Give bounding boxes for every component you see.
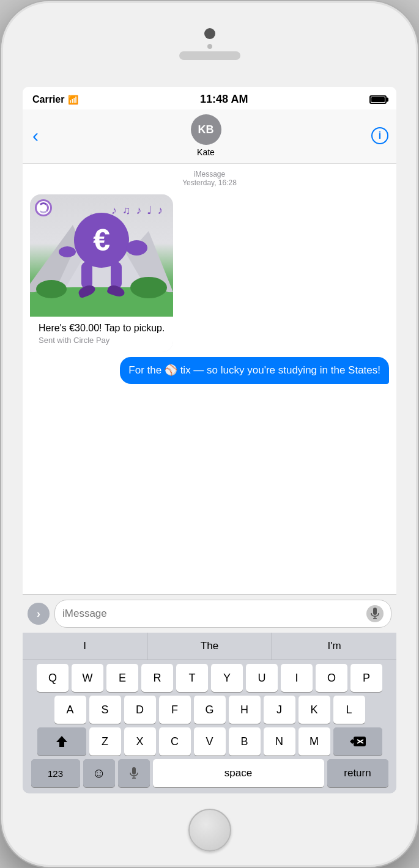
info-icon: i bbox=[371, 127, 389, 145]
back-button[interactable]: ‹ bbox=[30, 123, 41, 149]
mic-icon bbox=[370, 608, 380, 620]
key-s[interactable]: S bbox=[89, 696, 121, 724]
keyboard-row-1: Q W E R T Y U I O P bbox=[25, 664, 394, 692]
numbers-key[interactable]: 123 bbox=[31, 759, 80, 787]
phone-frame: Carrier 📶 11:48 AM ‹ KB Kate bbox=[0, 0, 419, 868]
euro-symbol: € bbox=[93, 223, 110, 258]
music-notes: ♪ ♫ ♪ ♩ ♪ bbox=[111, 204, 165, 217]
autocomplete-item-i[interactable]: I bbox=[23, 633, 147, 660]
message-input-container bbox=[54, 600, 391, 628]
phone-screen: Carrier 📶 11:48 AM ‹ KB Kate bbox=[23, 87, 396, 793]
speaker-bar bbox=[179, 51, 240, 60]
status-bar: Carrier 📶 11:48 AM bbox=[23, 87, 396, 109]
emoji-key[interactable]: ☺ bbox=[83, 759, 115, 787]
keyboard-mic-key[interactable] bbox=[118, 759, 150, 787]
euro-mascot: € bbox=[74, 213, 129, 296]
key-i[interactable]: I bbox=[281, 664, 313, 692]
phone-top-bar bbox=[1, 1, 418, 87]
mascot-left-arm bbox=[59, 246, 76, 257]
keyboard: Q W E R T Y U I O P A S D F G H J K bbox=[23, 660, 396, 793]
key-v[interactable]: V bbox=[194, 727, 226, 756]
key-o[interactable]: O bbox=[316, 664, 347, 692]
sent-bubble: For the ⚾ tix — so lucky you're studying… bbox=[120, 357, 389, 384]
space-key[interactable]: space bbox=[153, 759, 324, 787]
status-right bbox=[369, 95, 387, 104]
autocomplete-bar: I The I'm bbox=[23, 633, 396, 660]
key-k[interactable]: K bbox=[298, 696, 330, 724]
circle-pay-subtitle: Sent with Circle Pay bbox=[39, 336, 165, 345]
svg-rect-9 bbox=[132, 767, 136, 774]
mascot-right-arm bbox=[126, 240, 147, 256]
keyboard-row-bottom: 123 ☺ space return bbox=[25, 759, 394, 787]
key-w[interactable]: W bbox=[72, 664, 103, 692]
key-u[interactable]: U bbox=[246, 664, 278, 692]
battery-fill bbox=[371, 97, 385, 102]
shift-key[interactable] bbox=[37, 727, 86, 756]
numbers-label: 123 bbox=[48, 768, 63, 779]
timestamp-label: iMessage Yesterday, 16:28 bbox=[30, 170, 389, 187]
phone-bottom bbox=[1, 793, 418, 867]
circle-pay-bubble[interactable]: € bbox=[30, 194, 173, 352]
speaker-dots bbox=[207, 44, 212, 49]
circle-pay-image: € bbox=[30, 194, 173, 317]
message-input[interactable] bbox=[62, 608, 366, 620]
circle-pay-amount: Here's €30.00! Tap to pickup. bbox=[39, 323, 165, 334]
key-c[interactable]: C bbox=[159, 727, 191, 756]
contact-initials: KB bbox=[198, 123, 214, 136]
key-x[interactable]: X bbox=[124, 727, 156, 756]
circle-pay-logo-inner bbox=[38, 202, 49, 213]
circle-pay-logo bbox=[35, 199, 52, 216]
status-time: 11:48 AM bbox=[200, 93, 248, 106]
sent-message: For the ⚾ tix — so lucky you're studying… bbox=[30, 357, 389, 384]
autocomplete-item-im[interactable]: I'm bbox=[272, 633, 396, 660]
keyboard-mic-icon bbox=[129, 767, 139, 779]
key-l[interactable]: L bbox=[333, 696, 365, 724]
keyboard-row-3: Z X C V B N M bbox=[25, 727, 394, 756]
carrier-label: Carrier bbox=[32, 94, 64, 105]
circle-pay-text-area: Here's €30.00! Tap to pickup. Sent with … bbox=[30, 317, 173, 352]
space-label: space bbox=[224, 767, 252, 779]
key-m[interactable]: M bbox=[298, 727, 330, 756]
shift-icon bbox=[55, 735, 69, 748]
key-q[interactable]: Q bbox=[37, 664, 69, 692]
key-h[interactable]: H bbox=[229, 696, 261, 724]
info-button[interactable]: i bbox=[371, 127, 389, 145]
autocomplete-item-the[interactable]: The bbox=[147, 633, 272, 660]
circle-pay-card[interactable]: € bbox=[30, 194, 173, 352]
nav-bar: ‹ KB Kate i bbox=[23, 109, 396, 164]
key-e[interactable]: E bbox=[106, 664, 138, 692]
camera bbox=[204, 28, 215, 39]
key-g[interactable]: G bbox=[194, 696, 226, 724]
return-key[interactable]: return bbox=[327, 759, 388, 787]
input-area: › bbox=[23, 594, 396, 633]
messages-area[interactable]: iMessage Yesterday, 16:28 bbox=[23, 164, 396, 594]
key-p[interactable]: P bbox=[350, 664, 382, 692]
key-z[interactable]: Z bbox=[89, 727, 121, 756]
key-j[interactable]: J bbox=[264, 696, 295, 724]
keyboard-row-2: A S D F G H J K L bbox=[25, 696, 394, 724]
return-label: return bbox=[344, 767, 371, 779]
contact-name: Kate bbox=[197, 147, 215, 157]
svg-rect-2 bbox=[373, 608, 377, 615]
key-f[interactable]: F bbox=[159, 696, 191, 724]
key-n[interactable]: N bbox=[264, 727, 295, 756]
euro-circle: € bbox=[74, 213, 129, 268]
key-r[interactable]: R bbox=[141, 664, 173, 692]
key-y[interactable]: Y bbox=[211, 664, 243, 692]
delete-key[interactable] bbox=[333, 727, 382, 756]
speaker-dot bbox=[207, 44, 212, 49]
app-expand-button[interactable]: › bbox=[28, 603, 50, 625]
key-b[interactable]: B bbox=[229, 727, 261, 756]
svg-marker-5 bbox=[56, 736, 67, 747]
wifi-icon: 📶 bbox=[68, 95, 78, 105]
home-button[interactable] bbox=[188, 809, 231, 851]
svg-text:i: i bbox=[379, 130, 381, 141]
key-d[interactable]: D bbox=[124, 696, 156, 724]
received-message: € bbox=[30, 194, 389, 352]
contact-avatar: KB bbox=[191, 114, 221, 145]
mic-button[interactable] bbox=[366, 605, 384, 622]
bush-left bbox=[36, 280, 67, 298]
delete-icon bbox=[350, 735, 366, 748]
key-t[interactable]: T bbox=[176, 664, 208, 692]
key-a[interactable]: A bbox=[54, 696, 86, 724]
